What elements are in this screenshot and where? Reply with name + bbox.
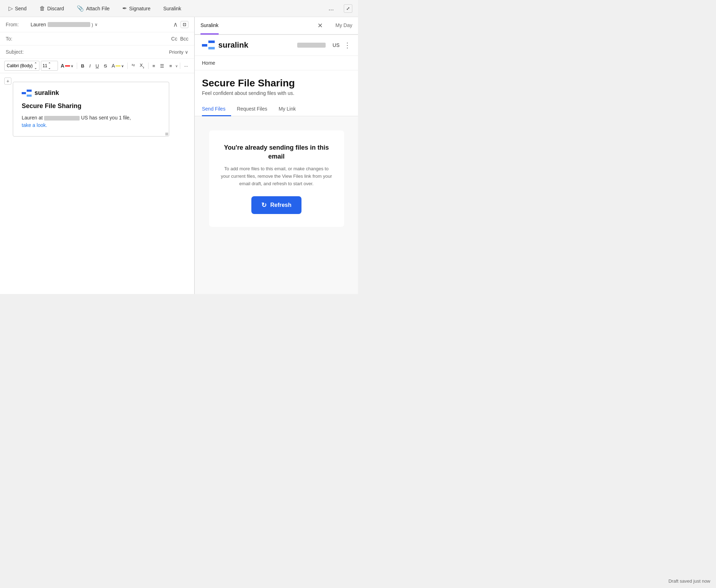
to-input[interactable] [31, 36, 171, 42]
email-compose-area: From: Lauren ) ∨ ∧ ⊡ To: Cc Bcc Subject:… [0, 17, 194, 294]
to-row: To: Cc Bcc [0, 32, 194, 46]
resize-handle[interactable] [165, 133, 168, 135]
superscript-button[interactable]: x² [130, 62, 137, 70]
fullscreen-button[interactable]: ⤢ [344, 4, 352, 13]
divider-4 [180, 63, 180, 69]
font-size-arrows: ⌃⌄ [48, 62, 51, 70]
suralink-country: US [333, 42, 340, 48]
svg-rect-5 [208, 47, 215, 49]
add-table-button[interactable]: + [4, 77, 11, 85]
preview-link[interactable]: take a look. [22, 122, 47, 128]
divider-2 [127, 63, 128, 69]
subscript-button[interactable]: X₂ [138, 62, 146, 70]
panel-heading-subtitle: Feel confident about sending files with … [202, 90, 351, 96]
tab-my-day[interactable]: My Day [336, 17, 352, 34]
sub-tabs: Send Files Request Files My Link [195, 99, 358, 116]
preview-body-prefix: Lauren at [22, 115, 43, 121]
suralink-main-logo-icon [202, 41, 215, 50]
strikethrough-button[interactable]: S [102, 62, 109, 70]
tab-suralink[interactable]: Suralink [201, 17, 219, 34]
from-chevron-icon: ∨ [95, 22, 98, 27]
from-email-blurred [48, 22, 90, 27]
italic-button[interactable]: I [87, 62, 92, 70]
more-button[interactable]: ... [326, 3, 337, 14]
paperclip-icon: 📎 [77, 5, 84, 12]
panel-heading-title: Secure File Sharing [202, 77, 351, 89]
signature-icon: ✒ [122, 5, 127, 12]
font-color-indicator [65, 65, 70, 66]
bold-button[interactable]: B [79, 62, 86, 70]
main-container: From: Lauren ) ∨ ∧ ⊡ To: Cc Bcc Subject:… [0, 17, 358, 294]
bcc-button[interactable]: Bcc [180, 36, 188, 42]
divider-3 [148, 63, 149, 69]
font-color-button[interactable]: A ∨ [59, 62, 75, 69]
priority-button[interactable]: Priority ∨ [169, 49, 188, 55]
preview-body-suffix: US has sent you 1 file, [81, 115, 131, 121]
send-icon: ▷ [9, 5, 13, 12]
bullets-button[interactable]: ≡ [151, 62, 157, 70]
trash-icon: 🗑 [39, 5, 45, 12]
svg-rect-4 [208, 41, 215, 43]
from-controls: ∧ ⊡ [173, 21, 188, 28]
more-format-button[interactable]: ··· [182, 62, 190, 70]
cc-bcc-buttons: Cc Bcc [171, 36, 188, 42]
svg-rect-0 [22, 92, 26, 94]
panel-content: suralink US ⋮ Home Secure File Sharing F… [195, 35, 358, 294]
subtab-send-files[interactable]: Send Files [202, 103, 231, 116]
font-selector-arrows: ⌃⌄ [34, 62, 37, 70]
collapse-icon[interactable]: ∧ [173, 21, 178, 28]
suralink-brand-header: suralink US ⋮ [195, 35, 358, 56]
panel-heading-area: Secure File Sharing Feel confident about… [195, 70, 358, 99]
numbering-button[interactable]: ☰ [158, 62, 166, 70]
suralink-account-blurred [297, 43, 326, 48]
subject-label: Subject: [6, 49, 31, 55]
suralink-logo-small-icon [22, 90, 32, 97]
preview-logo: suralink [22, 89, 160, 97]
suralink-toolbar-button[interactable]: Suralink [160, 4, 184, 13]
suralink-brand-name: suralink [218, 41, 248, 50]
preview-body: Lauren at US has sent you 1 file, take a… [22, 114, 160, 129]
panel-close-button[interactable]: ✕ [316, 20, 324, 31]
refresh-icon: ↻ [261, 201, 267, 209]
svg-rect-3 [202, 44, 207, 47]
svg-rect-1 [27, 90, 32, 92]
from-label: From: [6, 22, 31, 27]
attach-file-button[interactable]: 📎 Attach File [74, 4, 112, 13]
to-label: To: [6, 36, 31, 42]
cc-button[interactable]: Cc [171, 36, 177, 42]
subject-row: Subject: Priority ∨ [0, 46, 194, 59]
refresh-button[interactable]: ↻ Refresh [251, 196, 301, 214]
alignment-chevron: ∨ [175, 64, 178, 68]
send-files-content: You're already sending files in this ema… [195, 116, 358, 241]
font-size-selector[interactable]: 11 ⌃⌄ [41, 61, 58, 71]
highlight-button[interactable]: A ∨ [110, 62, 125, 69]
underline-button[interactable]: U [94, 62, 101, 70]
preview-title: Secure File Sharing [22, 102, 160, 110]
preview-email-blurred [44, 116, 80, 121]
panel-tabs: Suralink ✕ My Day [195, 17, 358, 35]
compose-toolbar: ▷ Send 🗑 Discard 📎 Attach File ✒ Signatu… [0, 0, 358, 17]
subject-input[interactable] [31, 49, 169, 55]
priority-chevron-icon: ∨ [185, 49, 188, 55]
divider-1 [77, 63, 77, 69]
already-sending-title: You're already sending files in this ema… [220, 143, 333, 161]
suralink-more-button[interactable]: ⋮ [344, 41, 351, 49]
subtab-request-files[interactable]: Request Files [231, 103, 273, 116]
suralink-logo-area: suralink [202, 41, 293, 50]
font-family-selector[interactable]: Calibri (Body) ⌃⌄ [4, 61, 39, 71]
alignment-button[interactable]: ≡ [167, 62, 174, 70]
subtab-my-link[interactable]: My Link [273, 103, 301, 116]
svg-rect-2 [27, 95, 32, 97]
email-preview-box: suralink Secure File Sharing Lauren at U… [13, 82, 169, 137]
send-button[interactable]: ▷ Send [6, 4, 30, 13]
already-sending-box: You're already sending files in this ema… [209, 130, 344, 227]
font-color-chevron: ∨ [71, 64, 73, 68]
from-row: From: Lauren ) ∨ ∧ ⊡ [0, 17, 194, 32]
preview-brand-name: suralink [34, 89, 59, 97]
suralink-panel: Suralink ✕ My Day suralink U [194, 17, 358, 294]
email-body[interactable]: + suralink Secure File Sharing Lauren at [0, 73, 194, 294]
discard-button[interactable]: 🗑 Discard [37, 4, 67, 13]
already-sending-desc: To add more files to this email, or make… [220, 165, 333, 187]
signature-button[interactable]: ✒ Signature [119, 4, 153, 13]
expand-button[interactable]: ⊡ [181, 21, 188, 28]
